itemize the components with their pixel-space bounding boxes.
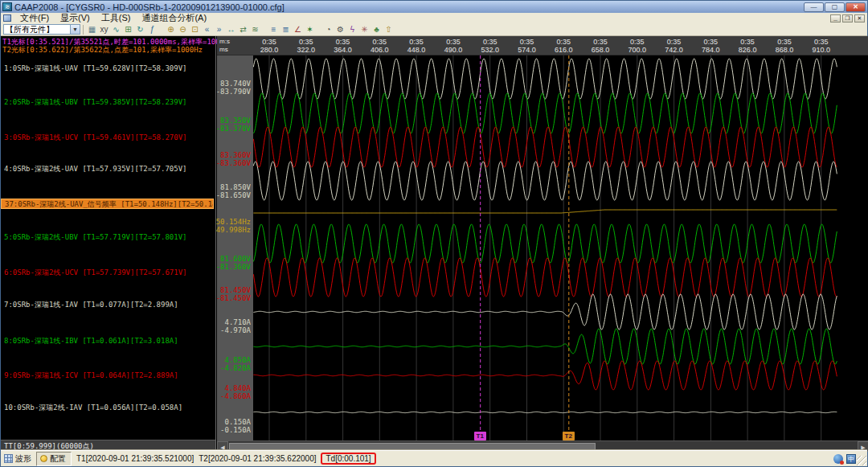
waveform-plot[interactable]	[253, 55, 868, 440]
tab-config[interactable]: 配置	[36, 452, 72, 466]
channel-row-5[interactable]: 5:0SRb-深瑞2线-UBV [T1=57.719V][T2=57.801V]	[4, 232, 214, 241]
list-view-icon[interactable]: ≡	[268, 24, 280, 35]
time-tick: 0:35742.0	[653, 38, 695, 54]
scale-label-7: 4.710A-4.970A	[220, 318, 251, 334]
zoom-in-icon[interactable]: ⊕	[165, 24, 177, 35]
scale-label-8: 4.850A-4.820A	[220, 356, 251, 372]
club-icon[interactable]: ♣	[371, 24, 383, 35]
clock-icon[interactable]: ◔	[322, 24, 334, 35]
time-tick: 0:35406.0	[358, 38, 400, 54]
lightning-icon[interactable]: ϟ	[346, 24, 358, 35]
zoom-window-icon[interactable]: ⊡	[189, 24, 201, 35]
signal-wave-icon[interactable]: ∿	[110, 24, 122, 35]
menu-tools[interactable]: 工具(S)	[96, 13, 137, 23]
channel-panel: T1光标[0:35.521]/第35521点,时差=101.0000ms,采样率…	[1, 36, 216, 452]
channel-row-7[interactable]: 7:0SRb-深瑞1线-IAV [T1=0.077A][T2=2.899A]	[4, 300, 214, 309]
channel-row-10[interactable]: 10:0SRb-深瑞2线-IAV [T1=0.056A][T2=0.058A]	[4, 403, 214, 412]
channel-row-37[interactable]: 37:0SRb-深瑞2线-UAV_信号频率 [T1=50.148Hz][T2=5…	[1, 199, 214, 209]
mdi-minimize-button[interactable]: ＿	[830, 14, 841, 23]
cursor-handle-t2[interactable]: T2	[563, 432, 575, 440]
toolbar-icons: ▦xy∿⊞↻ƒ⊕⊖⊡«»↔⇄≋≡≣∠✶◔⚙ϟ✳♣⇧	[86, 24, 395, 35]
titlebar: ≋ CAAP2008 - [CYGSR0 - HD-000SRb-1-20200…	[1, 1, 867, 13]
status-td-delta: Td[0:00.101]	[321, 453, 375, 465]
page-next-icon[interactable]: »	[213, 24, 225, 35]
measure-icon[interactable]: ↔	[225, 24, 237, 35]
time-tick: 0:35574.0	[506, 38, 547, 54]
axis-unit-bottom: ms	[219, 46, 230, 54]
scale-label-3: 83.360V-83.360V	[216, 151, 251, 167]
time-axis: m:s ms 0:35280.00:35322.00:35364.00:3540…	[217, 36, 868, 55]
page-prev-icon[interactable]: «	[201, 24, 213, 35]
input-method-icon[interactable]: 中	[846, 454, 856, 464]
maximize-button[interactable]: ▢	[825, 2, 845, 12]
scale-label-37: 50.154Hz49.998Hz	[216, 218, 251, 234]
scale-label-9: 4.840A-4.860A	[220, 384, 251, 400]
tab-waveform[interactable]: 波形	[4, 453, 31, 465]
copy-view-icon[interactable]: ⊞	[122, 24, 134, 35]
time-tick: 0:35322.0	[285, 38, 327, 54]
time-tick: 0:35532.0	[469, 38, 511, 54]
status-t2-time: T2[2020-09-01 21:39:35.622000]	[199, 454, 316, 463]
resize-grip[interactable]	[857, 456, 866, 465]
time-tick: 0:35280.0	[248, 38, 290, 54]
channel-row-8[interactable]: 8:0SRb-深瑞1线-IBV [T1=0.061A][T2=3.018A]	[4, 336, 214, 345]
export-up-icon[interactable]: ⇧	[383, 24, 395, 35]
menu-channel-analysis[interactable]: 通道组合分析(A)	[136, 13, 212, 23]
menu-view[interactable]: 显示(V)	[55, 13, 96, 23]
xy-plot-icon[interactable]: xy	[98, 24, 110, 35]
menubar: 文件(F) 显示(V) 工具(S) 通道组合分析(A) ＿ ❐ ✕	[1, 13, 867, 23]
scale-label-4: 81.850V-81.650V	[216, 183, 251, 199]
settings-gear-icon[interactable]: ⚙	[334, 24, 346, 35]
scale-label-2: 83.350V-83.370V	[216, 117, 251, 133]
compress-time-icon[interactable]: ⇄	[237, 24, 249, 35]
time-tick: 0:35700.0	[616, 38, 658, 54]
axis-units: m:s ms	[219, 38, 230, 54]
window-title: CAAP2008 - [CYGSR0 - HD-000SRb-1-2020090…	[14, 2, 804, 12]
mdi-document-icon[interactable]	[3, 14, 11, 22]
vector-star-icon[interactable]: ✶	[304, 24, 316, 35]
close-button[interactable]: ✕	[845, 2, 866, 12]
time-tick: 0:35490.0	[432, 38, 474, 54]
channel-row-1[interactable]: 1:0SRb-深瑞1线-UAV [T1=59.628V][T2=58.309V]	[4, 63, 214, 72]
statusbar: 波形 配置 T1[2020-09-01 21:39:35.521000] T2[…	[1, 450, 867, 466]
chevron-down-icon[interactable]: ▼	[70, 25, 80, 34]
channel-row-6[interactable]: 6:0SRb-深瑞2线-UCV [T1=57.739V][T2=57.671V]	[4, 268, 214, 277]
app-window: ≋ CAAP2008 - [CYGSR0 - HD-000SRb-1-20200…	[0, 0, 868, 467]
app-icon: ≋	[2, 2, 12, 11]
status-t1-time: T1[2020-09-01 21:39:35.521000]	[76, 454, 194, 463]
config-tab-label: 配置	[50, 453, 66, 465]
refresh-icon[interactable]: ↻	[134, 24, 146, 35]
channel-row-9[interactable]: 9:0SRb-深瑞1线-ICV [T1=0.064A][T2=2.889A]	[4, 371, 214, 379]
scale-label-5: 81.600V-81.360V	[216, 255, 251, 271]
detail-view-icon[interactable]: ≣	[280, 24, 292, 35]
time-tick: 0:35868.0	[764, 38, 805, 54]
cursor-handle-t1[interactable]: T1	[474, 432, 486, 440]
main-area: T1光标[0:35.521]/第35521点,时差=101.0000ms,采样率…	[1, 36, 868, 452]
network-globe-icon[interactable]	[833, 454, 843, 464]
channel-list: 1:0SRb-深瑞1线-UAV [T1=59.628V][T2=58.309V]…	[1, 36, 215, 440]
mdi-close-button[interactable]: ✕	[854, 14, 865, 23]
zoom-out-icon[interactable]: ⊖	[177, 24, 189, 35]
scale-label-1: 83.740V-83.790V	[216, 80, 251, 96]
time-tick: 0:35910.0	[800, 38, 842, 54]
select-elements-icon[interactable]: ▦	[86, 24, 98, 35]
time-tick: 0:35364.0	[322, 38, 364, 54]
formula-icon[interactable]: ƒ	[146, 24, 158, 35]
expand-time-icon[interactable]: ≋	[249, 24, 261, 35]
time-tick: 0:35658.0	[579, 38, 621, 54]
mdi-restore-button[interactable]: ❐	[842, 14, 853, 23]
toolbar-separator	[83, 25, 84, 35]
scale-gutter: 83.740V-83.790V83.350V-83.370V83.360V-83…	[217, 55, 253, 440]
phasor-icon[interactable]: ∠	[292, 24, 304, 35]
wave-panel: m:s ms 0:35280.00:35322.00:35364.00:3540…	[217, 36, 868, 452]
time-tick: 0:35826.0	[727, 38, 768, 54]
burst-icon[interactable]: ✳	[358, 24, 371, 35]
channel-row-4[interactable]: 4:0SRb-深瑞2线-UAV [T1=57.935V][T2=57.705V]	[4, 164, 214, 173]
element-filter-dropdown[interactable]: 【所有元件】 ▼	[3, 24, 80, 35]
channel-row-3[interactable]: 3:0SRb-深瑞1线-UCV [T1=59.461V][T2=58.270V]	[4, 133, 214, 141]
minimize-button[interactable]: —	[804, 2, 824, 12]
waveform-tab-icon	[4, 454, 13, 463]
channel-row-2[interactable]: 2:0SRb-深瑞1线-UBV [T1=59.385V][T2=58.239V]	[4, 97, 214, 106]
time-tick: 0:35784.0	[690, 38, 731, 54]
menu-file[interactable]: 文件(F)	[14, 13, 55, 23]
